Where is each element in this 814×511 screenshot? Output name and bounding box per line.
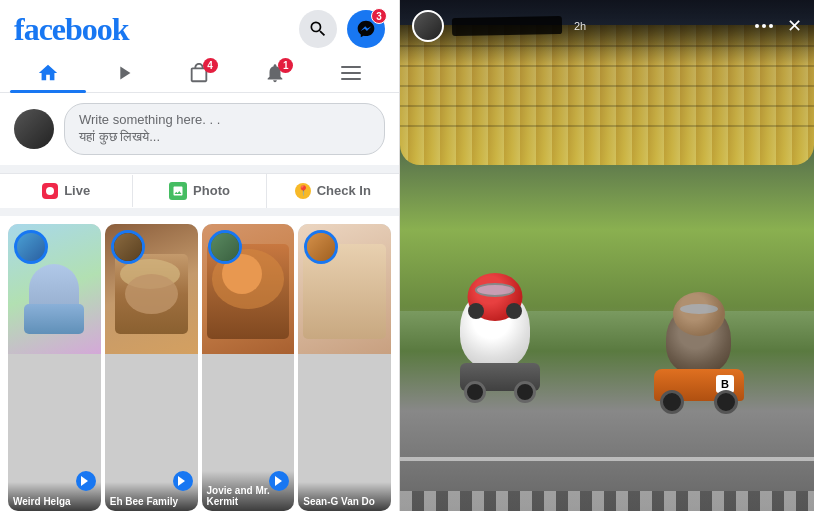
- story-avatar-1: [14, 230, 48, 264]
- stories-section: Weird Helga Eh Bee Family: [0, 216, 399, 511]
- story-header-controls: ✕: [755, 15, 802, 37]
- more-options-button[interactable]: [755, 24, 773, 28]
- story-card-2[interactable]: Eh Bee Family: [105, 224, 198, 511]
- kart-character-1: [460, 288, 540, 391]
- story-avatar-4: [304, 230, 338, 264]
- story-username-scribble: [452, 16, 562, 36]
- menu-icon: [337, 62, 365, 84]
- search-icon: [308, 19, 328, 39]
- home-icon: [37, 62, 59, 84]
- story-label-4: Sean-G Van Do: [298, 482, 391, 511]
- story-card-1[interactable]: Weird Helga: [8, 224, 101, 511]
- story-user-avatar: [412, 10, 444, 42]
- story-bg-3: [202, 224, 295, 354]
- tab-menu[interactable]: [313, 54, 389, 92]
- action-bar: Live Photo 📍 Check In: [0, 173, 399, 216]
- user-avatar: [14, 109, 54, 149]
- tab-home[interactable]: [10, 54, 86, 92]
- notifications-badge: 1: [278, 58, 293, 73]
- photo-button[interactable]: Photo: [133, 174, 266, 208]
- story-bg-2: [105, 224, 198, 354]
- story-bg-4: [298, 224, 391, 354]
- search-button[interactable]: [299, 10, 337, 48]
- app-header: facebook 3: [0, 0, 399, 54]
- live-label: Live: [64, 183, 90, 198]
- story-fullscreen: B 2h ✕: [400, 0, 814, 511]
- facebook-logo: facebook: [14, 11, 129, 48]
- messenger-badge: 3: [371, 8, 387, 24]
- checkin-icon: 📍: [295, 183, 311, 199]
- dot-2: [762, 24, 766, 28]
- story-avatar-3: [208, 230, 242, 264]
- close-button[interactable]: ✕: [787, 15, 802, 37]
- marketplace-badge: 4: [203, 58, 218, 73]
- nav-tabs: 4 1: [0, 54, 399, 93]
- photo-label: Photo: [193, 183, 230, 198]
- story-time: 2h: [574, 20, 586, 32]
- dot-1: [755, 24, 759, 28]
- kart-character-2: B: [666, 304, 744, 401]
- checkin-button[interactable]: 📍 Check In: [267, 175, 399, 207]
- live-icon: [42, 183, 58, 199]
- live-button[interactable]: Live: [0, 175, 133, 207]
- play-icon: [113, 62, 135, 84]
- story-avatar-2: [111, 230, 145, 264]
- dot-3: [769, 24, 773, 28]
- checkin-label: Check In: [317, 183, 371, 198]
- story-header: 2h ✕: [400, 0, 814, 52]
- tab-notifications[interactable]: 1: [237, 54, 313, 92]
- tab-marketplace[interactable]: 4: [162, 54, 238, 92]
- photo-svg: [172, 185, 184, 197]
- photo-icon: [169, 182, 187, 200]
- story-user-info: 2h: [412, 10, 586, 42]
- left-panel: facebook 3: [0, 0, 400, 511]
- messenger-button[interactable]: 3: [347, 10, 385, 48]
- story-card-4[interactable]: Sean-G Van Do: [298, 224, 391, 511]
- story-arrow-2: [173, 471, 193, 491]
- story-arrow-1: [76, 471, 96, 491]
- post-create-box: Write something here. . . यहां कुछ लिखये…: [0, 93, 399, 173]
- story-card-3[interactable]: Jovie and Mr. Kermit: [202, 224, 295, 511]
- post-placeholder: Write something here. . . यहां कुछ लिखये…: [79, 112, 370, 146]
- post-input-field[interactable]: Write something here. . . यहां कुछ लिखये…: [64, 103, 385, 155]
- tab-watch[interactable]: [86, 54, 162, 92]
- story-bg-1: [8, 224, 101, 354]
- header-icons: 3: [299, 10, 385, 48]
